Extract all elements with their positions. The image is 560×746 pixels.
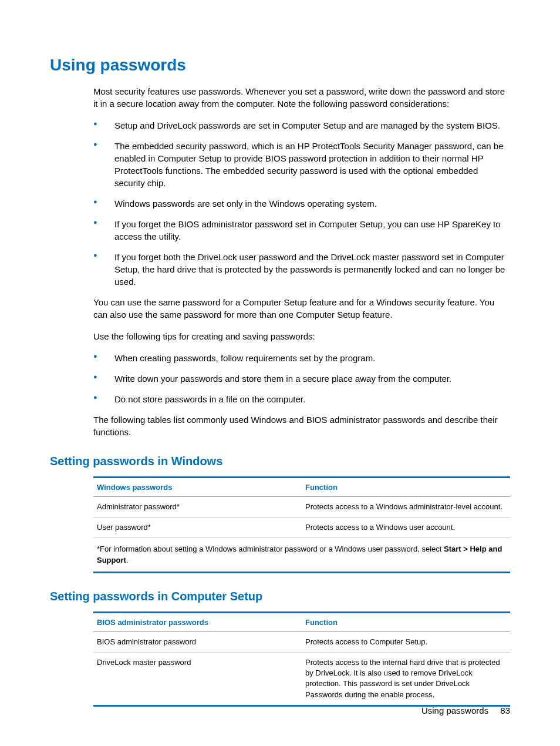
body-paragraph: You can use the same password for a Comp… <box>93 296 510 321</box>
bios-passwords-table: BIOS administrator passwords Function BI… <box>93 611 510 707</box>
list-item: Windows passwords are set only in the Wi… <box>93 197 510 210</box>
table-cell: User password* <box>93 518 302 538</box>
table-row: Administrator password* Protects access … <box>93 497 510 518</box>
page-footer: Using passwords 83 <box>421 705 510 715</box>
footnote-text: *For information about setting a Windows… <box>97 545 444 553</box>
section-heading-computer-setup: Setting passwords in Computer Setup <box>50 590 510 603</box>
list-item: Write down your passwords and store them… <box>93 372 510 385</box>
table-row: DriveLock master password Protects acces… <box>93 652 510 705</box>
table-row: User password* Protects access to a Wind… <box>93 518 510 538</box>
table-cell: Protects access to a Windows administrat… <box>302 497 510 518</box>
table-row: BIOS administrator password Protects acc… <box>93 631 510 652</box>
list-item: Do not store passwords in a file on the … <box>93 393 510 405</box>
list-item: The embedded security password, which is… <box>93 140 510 189</box>
body-paragraph: The following tables list commonly used … <box>93 414 510 438</box>
table-header: Function <box>302 612 510 631</box>
intro-paragraph: Most security features use passwords. Wh… <box>93 85 510 110</box>
table-header: BIOS administrator passwords <box>93 612 302 631</box>
table-cell: Protects access to a Windows user accoun… <box>302 518 510 538</box>
tips-list: When creating passwords, follow requirem… <box>93 352 510 405</box>
table-cell: Protects access to the internal hard dri… <box>302 652 510 705</box>
considerations-list: Setup and DriveLock passwords are set in… <box>93 119 510 288</box>
page-number: 83 <box>500 705 510 715</box>
table-footnote: *For information about setting a Windows… <box>93 538 510 572</box>
table-header: Function <box>302 478 510 497</box>
table-cell: Protects access to Computer Setup. <box>302 631 510 652</box>
table-cell: Administrator password* <box>93 497 302 518</box>
bios-passwords-table-wrap: BIOS administrator passwords Function BI… <box>93 611 510 707</box>
table-footnote-row: *For information about setting a Windows… <box>93 538 510 572</box>
footer-label: Using passwords <box>421 705 488 715</box>
table-cell: BIOS administrator password <box>93 631 302 652</box>
windows-passwords-table-wrap: Windows passwords Function Administrator… <box>93 476 510 573</box>
body-paragraph: Use the following tips for creating and … <box>93 330 510 342</box>
list-item: When creating passwords, follow requirem… <box>93 352 510 364</box>
windows-passwords-table: Windows passwords Function Administrator… <box>93 476 510 573</box>
table-cell: DriveLock master password <box>93 652 302 705</box>
table-header: Windows passwords <box>93 478 302 497</box>
page-title: Using passwords <box>50 56 510 75</box>
footnote-text: . <box>126 556 129 564</box>
list-item: Setup and DriveLock passwords are set in… <box>93 119 510 132</box>
section-heading-windows: Setting passwords in Windows <box>50 455 510 468</box>
list-item: If you forget the BIOS administrator pas… <box>93 218 510 243</box>
list-item: If you forget both the DriveLock user pa… <box>93 251 510 288</box>
